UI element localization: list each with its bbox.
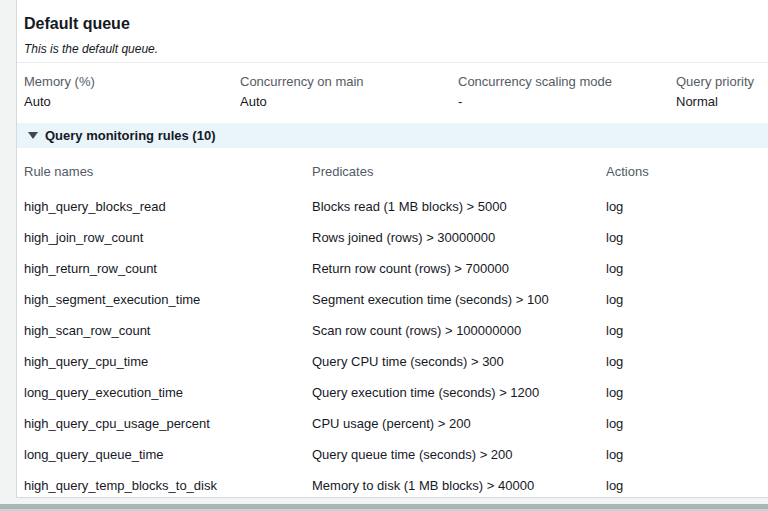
predicate-cell: Rows joined (rows) > 30000000: [312, 230, 606, 245]
predicate-cell: Memory to disk (1 MB blocks) > 40000: [312, 478, 606, 493]
action-cell: log: [606, 447, 761, 462]
table-row: high_query_blocks_read Blocks read (1 MB…: [24, 191, 761, 222]
queue-header: Default queue This is the default queue.: [17, 0, 768, 62]
summary-field-value: -: [458, 95, 676, 109]
summary-field-label: Query priority: [676, 75, 761, 89]
rule-name-cell: high_join_row_count: [24, 230, 312, 245]
summary-field: Concurrency on main Auto: [240, 75, 458, 109]
summary-field: Query priority Normal: [676, 75, 761, 109]
predicate-cell: Scan row count (rows) > 100000000: [312, 323, 606, 338]
query-monitoring-rules-section-header[interactable]: Query monitoring rules (10): [17, 123, 768, 148]
table-row: high_query_temp_blocks_to_disk Memory to…: [24, 470, 761, 498]
rule-name-cell: high_segment_execution_time: [24, 292, 312, 307]
rule-name-cell: long_query_queue_time: [24, 447, 312, 462]
summary-field-label: Memory (%): [24, 75, 240, 89]
table-row: high_query_cpu_usage_percent CPU usage (…: [24, 408, 761, 439]
action-cell: log: [606, 292, 761, 307]
table-row: long_query_execution_time Query executio…: [24, 377, 761, 408]
column-header-rule-names: Rule names: [24, 164, 312, 179]
queue-description: This is the default queue.: [24, 42, 761, 56]
predicate-cell: Return row count (rows) > 700000: [312, 261, 606, 276]
action-cell: log: [606, 385, 761, 400]
table-row: high_segment_execution_time Segment exec…: [24, 284, 761, 315]
summary-field: Concurrency scaling mode -: [458, 75, 676, 109]
column-header-predicates: Predicates: [312, 164, 606, 179]
rule-name-cell: long_query_execution_time: [24, 385, 312, 400]
page-title: Default queue: [24, 13, 761, 35]
predicate-cell: Query execution time (seconds) > 1200: [312, 385, 606, 400]
column-header-actions: Actions: [606, 164, 761, 179]
rule-name-cell: high_query_cpu_time: [24, 354, 312, 369]
action-cell: log: [606, 323, 761, 338]
rules-table-header: Rule names Predicates Actions: [24, 148, 761, 181]
predicate-cell: Query CPU time (seconds) > 300: [312, 354, 606, 369]
action-cell: log: [606, 478, 761, 493]
caret-down-icon: [28, 132, 38, 139]
predicate-cell: Segment execution time (seconds) > 100: [312, 292, 606, 307]
predicate-cell: Query queue time (seconds) > 200: [312, 447, 606, 462]
table-row: high_join_row_count Rows joined (rows) >…: [24, 222, 761, 253]
predicate-cell: CPU usage (percent) > 200: [312, 416, 606, 431]
action-cell: log: [606, 416, 761, 431]
rule-name-cell: high_query_temp_blocks_to_disk: [24, 478, 312, 493]
rule-name-cell: high_query_blocks_read: [24, 199, 312, 214]
summary-field-value: Auto: [240, 95, 458, 109]
table-row: high_scan_row_count Scan row count (rows…: [24, 315, 761, 346]
action-cell: log: [606, 261, 761, 276]
summary-field-label: Concurrency scaling mode: [458, 75, 676, 89]
summary-field-label: Concurrency on main: [240, 75, 458, 89]
rule-name-cell: high_scan_row_count: [24, 323, 312, 338]
summary-field-value: Auto: [24, 95, 240, 109]
query-monitoring-rules-table: Rule names Predicates Actions high_query…: [17, 148, 768, 498]
summary-field-value: Normal: [676, 95, 761, 109]
rules-table-body: high_query_blocks_read Blocks read (1 MB…: [24, 191, 761, 498]
predicate-cell: Blocks read (1 MB blocks) > 5000: [312, 199, 606, 214]
action-cell: log: [606, 354, 761, 369]
bottom-scroll-edge: [0, 504, 768, 509]
default-queue-card: Default queue This is the default queue.…: [16, 0, 768, 498]
action-cell: log: [606, 230, 761, 245]
action-cell: log: [606, 199, 761, 214]
rule-name-cell: high_query_cpu_usage_percent: [24, 416, 312, 431]
table-row: long_query_queue_time Query queue time (…: [24, 439, 761, 470]
rule-name-cell: high_return_row_count: [24, 261, 312, 276]
queue-summary: Memory (%) Auto Concurrency on main Auto…: [17, 63, 768, 123]
table-row: high_query_cpu_time Query CPU time (seco…: [24, 346, 761, 377]
query-monitoring-rules-title: Query monitoring rules (10): [45, 128, 215, 143]
summary-field: Memory (%) Auto: [24, 75, 240, 109]
table-row: high_return_row_count Return row count (…: [24, 253, 761, 284]
